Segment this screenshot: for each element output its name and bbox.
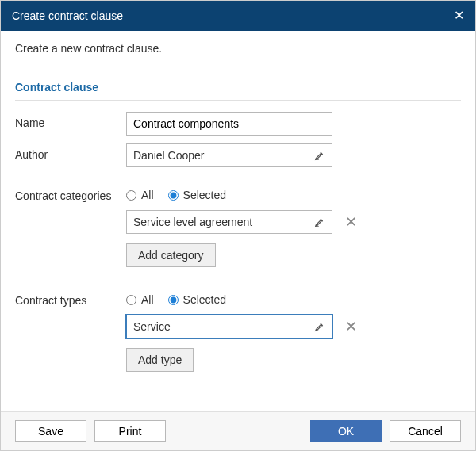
radio-label-all: All [141,189,154,201]
author-value: Daniel Cooper [133,149,205,162]
create-contract-clause-dialog: Create contract clause ✕ Create a new co… [0,0,476,451]
dialog-titlebar: Create contract clause ✕ [1,1,475,31]
category-value: Service level agreement [133,216,252,228]
print-button[interactable]: Print [94,420,166,442]
ok-button[interactable]: OK [310,420,382,442]
row-categories: Contract categories All Selected Service… [15,185,461,267]
name-input[interactable] [126,112,332,136]
cancel-button[interactable]: Cancel [390,420,461,442]
section-title: Contract clause [15,73,461,101]
radio-label-selected: Selected [183,293,226,306]
remove-category-icon[interactable]: ✕ [342,215,360,229]
type-selection-row: Service ✕ [126,315,360,338]
add-type-button[interactable]: Add type [126,348,194,372]
label-categories: Contract categories [15,185,126,202]
category-lookup[interactable]: Service level agreement [126,210,332,234]
label-name: Name [15,112,126,129]
label-author: Author [15,143,126,161]
row-author: Author Daniel Cooper [15,143,461,167]
label-types: Contract types [15,289,126,307]
dialog-title: Create contract clause [12,10,123,22]
row-types: Contract types All Selected Service [15,289,461,372]
categories-radio-all[interactable]: All [126,189,154,201]
types-radio-all[interactable]: All [126,293,154,306]
edit-icon [314,321,325,332]
radio-label-all: All [141,293,154,306]
dialog-content: Contract clause Name Author Daniel Coope… [1,63,475,411]
types-radio-selected[interactable]: Selected [168,293,226,306]
author-lookup[interactable]: Daniel Cooper [126,143,332,167]
categories-radio-selected[interactable]: Selected [168,189,226,201]
close-icon[interactable]: ✕ [454,10,464,22]
save-button[interactable]: Save [15,420,86,442]
remove-type-icon[interactable]: ✕ [342,319,360,334]
categories-radio-group: All Selected [126,185,360,202]
radio-label-selected: Selected [183,189,226,201]
category-selection-row: Service level agreement ✕ [126,210,360,234]
edit-icon [314,150,325,161]
add-category-button[interactable]: Add category [126,243,216,267]
dialog-subtitle: Create a new contract clause. [1,31,475,63]
row-name: Name [15,112,461,136]
edit-icon [314,216,325,227]
type-lookup[interactable]: Service [126,315,332,338]
type-value: Service [133,320,171,333]
types-radio-group: All Selected [126,289,360,307]
dialog-footer: Save Print OK Cancel [1,411,475,450]
